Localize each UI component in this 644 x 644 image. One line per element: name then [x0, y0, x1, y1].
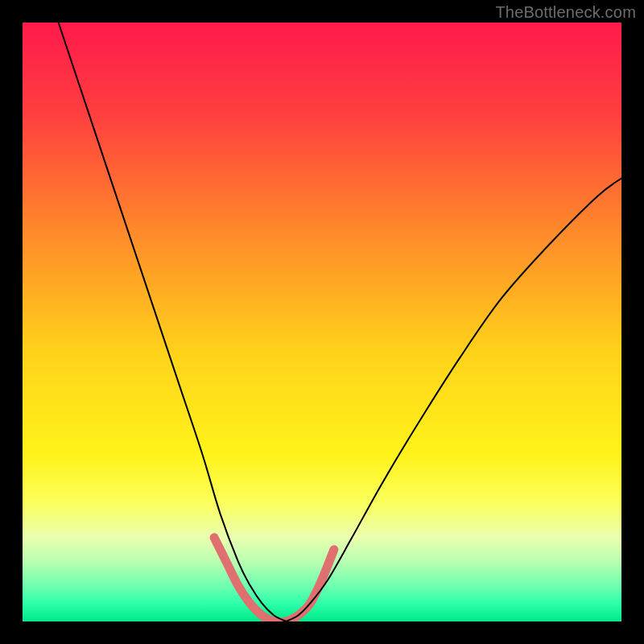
- chart-frame: TheBottleneck.com: [0, 0, 644, 644]
- curves-layer: [23, 23, 621, 621]
- watermark-text: TheBottleneck.com: [495, 3, 636, 22]
- curve-left-path: [59, 23, 287, 621]
- bottom-highlight-path: [214, 538, 334, 621]
- plot-area: [23, 23, 621, 621]
